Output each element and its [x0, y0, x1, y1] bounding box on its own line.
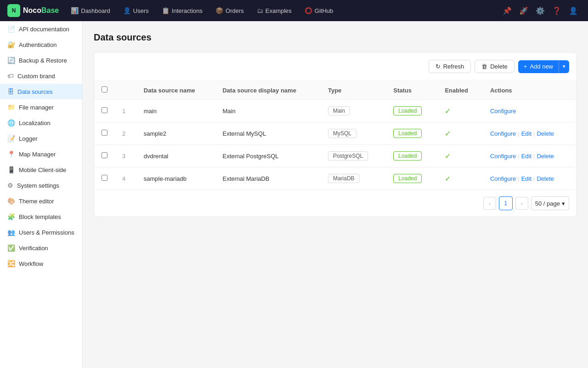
nav-dashboard[interactable]: 📊 Dashboard — [66, 4, 115, 17]
row-type-1: MySQL — [321, 122, 386, 145]
action-configure-2[interactable]: Configure — [490, 153, 516, 160]
sidebar-item-custom-brand[interactable]: 🏷 Custom brand — [0, 68, 82, 84]
action-edit-2[interactable]: Edit — [521, 153, 531, 160]
data-sources-icon: 🗄 — [7, 88, 14, 95]
sidebar-item-verification[interactable]: ✅ Verification — [0, 240, 82, 256]
row-actions-1: Configure | Edit | Delete — [483, 122, 577, 145]
sidebar-item-system-settings[interactable]: ⚙ System settings — [0, 178, 82, 193]
sidebar-item-map-manager-label: Map Manager — [19, 151, 56, 158]
action-configure-0[interactable]: Configure — [490, 108, 516, 115]
enabled-check-0: ✓ — [445, 107, 451, 115]
logo-noco: NocoBase — [23, 6, 59, 15]
row-actions-3: Configure | Edit | Delete — [483, 167, 577, 190]
action-edit-1[interactable]: Edit — [521, 130, 531, 137]
nav-examples[interactable]: 🗂 Examples — [252, 4, 296, 17]
sidebar-item-block-templates[interactable]: 🧩 Block templates — [0, 209, 82, 224]
row-name-1: sample2 — [136, 122, 215, 145]
table-row: 2sample2External MySQLMySQLLoaded✓Config… — [94, 122, 577, 145]
sidebar-item-theme-editor[interactable]: 🎨 Theme editor — [0, 193, 82, 209]
main-content: Data sources ↻ Refresh 🗑 Delete + Add ne… — [83, 21, 588, 368]
pin-icon-btn[interactable]: 📌 — [500, 3, 514, 18]
logo-icon: N — [7, 4, 20, 17]
action-edit-3[interactable]: Edit — [521, 175, 531, 182]
action-delete-3[interactable]: Delete — [537, 175, 554, 182]
action-delete-1[interactable]: Delete — [537, 130, 554, 137]
nav-github[interactable]: ⭕ GitHub — [300, 4, 338, 17]
logger-icon: 📝 — [7, 135, 15, 142]
row-enabled-1: ✓ — [437, 122, 482, 145]
row-type-0: Main — [321, 100, 386, 122]
delete-button[interactable]: 🗑 Delete — [475, 60, 514, 73]
nav-orders[interactable]: 📦 Orders — [211, 4, 249, 17]
nav-dashboard-label: Dashboard — [81, 7, 110, 14]
sidebar-item-localization[interactable]: 🌐 Localization — [0, 115, 82, 131]
page-title: Data sources — [94, 32, 577, 43]
nav-users[interactable]: 👤 Users — [119, 4, 153, 17]
sidebar-item-workflow[interactable]: 🔀 Workflow — [0, 256, 82, 271]
row-select-checkbox-3[interactable] — [102, 175, 107, 181]
row-display-name-3: External MariaDB — [215, 167, 320, 190]
backup-icon: 🔄 — [7, 57, 15, 64]
prev-page-button[interactable]: ‹ — [483, 197, 496, 210]
sidebar-item-mobile-client-label: Mobile Client-side — [19, 167, 66, 173]
row-select-checkbox-2[interactable] — [102, 152, 107, 158]
add-new-main[interactable]: + Add new — [518, 60, 559, 73]
row-num-3: 4 — [115, 167, 136, 190]
next-page-button[interactable]: › — [515, 197, 528, 210]
row-type-2: PostgreSQL — [321, 145, 386, 167]
row-status-2: Loaded — [386, 145, 437, 167]
help-icon-btn[interactable]: ❓ — [549, 3, 564, 18]
add-dropdown-arrow[interactable]: ▾ — [559, 61, 569, 72]
refresh-icon: ↻ — [435, 63, 441, 70]
sidebar-item-users-permissions[interactable]: 👥 Users & Permissions — [0, 224, 82, 240]
row-checkbox-0 — [94, 100, 115, 122]
block-templates-icon: 🧩 — [7, 213, 15, 220]
add-new-button[interactable]: + Add new ▾ — [518, 60, 569, 73]
sidebar-item-system-settings-label: System settings — [17, 182, 59, 189]
app-logo[interactable]: N NocoBase — [7, 4, 59, 17]
select-all-checkbox[interactable] — [102, 86, 107, 92]
settings-icon-btn[interactable]: ⚙️ — [533, 3, 548, 18]
sidebar-item-file-manager-label: File manager — [19, 104, 54, 111]
localization-icon: 🌐 — [7, 119, 15, 126]
action-delete-2[interactable]: Delete — [537, 153, 554, 160]
page-size-arrow: ▾ — [562, 200, 565, 207]
row-select-checkbox-1[interactable] — [102, 130, 107, 136]
row-enabled-0: ✓ — [437, 100, 482, 122]
orders-icon: 📦 — [215, 7, 223, 14]
users-nav-icon: 👤 — [123, 7, 131, 14]
sidebar-item-file-manager[interactable]: 📁 File manager — [0, 99, 82, 115]
sidebar-item-localization-label: Localization — [19, 120, 51, 126]
actions-cell-2: Configure | Edit | Delete — [490, 153, 569, 160]
page-1-button[interactable]: 1 — [499, 196, 513, 210]
table-row: 1mainMainMainLoaded✓Configure — [94, 100, 577, 122]
enabled-check-3: ✓ — [445, 175, 451, 183]
type-badge-0: Main — [328, 106, 350, 115]
refresh-button[interactable]: ↻ Refresh — [429, 60, 471, 73]
rocket-icon-btn[interactable]: 🚀 — [516, 3, 531, 18]
row-checkbox-3 — [94, 167, 115, 190]
table-header: Data source name Data source display nam… — [94, 81, 577, 100]
nav-interactions[interactable]: 📋 Interactions — [157, 4, 207, 17]
type-badge-3: MariaDB — [328, 174, 360, 183]
sidebar-item-data-sources[interactable]: 🗄 Data sources — [0, 84, 82, 99]
sidebar-item-authentication[interactable]: 🔐 Authentication — [0, 37, 82, 52]
row-name-0: main — [136, 100, 215, 122]
action-configure-3[interactable]: Configure — [490, 175, 516, 182]
sidebar-item-logger[interactable]: 📝 Logger — [0, 131, 82, 146]
actions-cell-0: Configure — [490, 108, 569, 115]
row-checkbox-1 — [94, 122, 115, 145]
row-checkbox-2 — [94, 145, 115, 167]
row-select-checkbox-0[interactable] — [102, 107, 107, 113]
nav-users-label: Users — [133, 7, 149, 14]
page-size-selector[interactable]: 50 / page ▾ — [531, 196, 569, 210]
col-type: Type — [321, 81, 386, 100]
sidebar-item-mobile-client[interactable]: 📱 Mobile Client-side — [0, 162, 82, 178]
row-name-3: sample-mariadb — [136, 167, 215, 190]
plus-icon: + — [524, 63, 527, 70]
sidebar-item-backup-restore[interactable]: 🔄 Backup & Restore — [0, 52, 82, 68]
action-configure-1[interactable]: Configure — [490, 130, 516, 137]
sidebar-item-map-manager[interactable]: 📍 Map Manager — [0, 146, 82, 162]
sidebar-item-api-documentation[interactable]: 📄 API documentation — [0, 21, 82, 37]
user-icon-btn[interactable]: 👤 — [566, 3, 581, 18]
